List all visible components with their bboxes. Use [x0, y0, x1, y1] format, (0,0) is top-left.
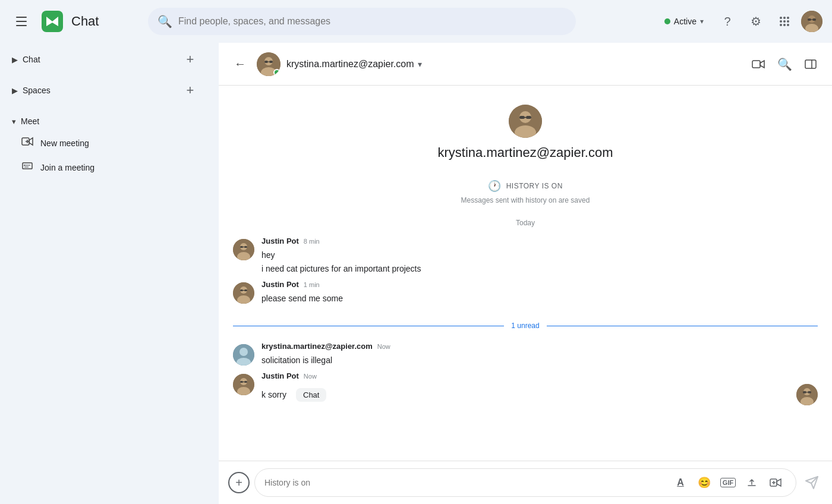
svg-rect-27	[264, 61, 268, 63]
chat-section-header[interactable]: ▶ Chat +	[0, 45, 209, 74]
join-meeting-icon	[21, 160, 33, 175]
meet-chevron-icon: ▾	[12, 117, 16, 126]
contact-large-avatar	[509, 105, 542, 138]
bottom-right-user-avatar	[796, 384, 818, 405]
new-meeting-item[interactable]: New meeting	[12, 131, 209, 155]
msg-avatar-krystina	[233, 344, 254, 366]
msg-text-1a: hey	[261, 249, 818, 262]
msg-avatar-justin-2	[233, 282, 254, 304]
search-input[interactable]	[178, 16, 566, 27]
message-group-4: Justin Pot Now k sorry Chat	[233, 371, 818, 405]
message-input-wrapper: A 😊 GIF	[254, 468, 796, 497]
chat-contact-name[interactable]: krystina.martinez@zapier.com	[286, 59, 414, 70]
chat-header: ← krystina.martinez@zapier.com ▾	[219, 43, 832, 86]
unread-label: 1 unread	[511, 322, 539, 330]
add-space-button[interactable]: +	[181, 81, 200, 100]
unread-line-left	[233, 326, 504, 326]
help-button[interactable]: ?	[716, 10, 739, 33]
upload-button[interactable]	[741, 472, 762, 493]
app-logo	[40, 10, 64, 33]
date-divider: Today	[219, 214, 832, 232]
format-text-button[interactable]: A	[670, 472, 691, 493]
back-button[interactable]: ←	[228, 52, 252, 76]
svg-rect-15	[812, 18, 816, 21]
settings-button[interactable]: ⚙	[744, 10, 768, 33]
apps-button[interactable]	[773, 10, 796, 33]
svg-rect-43	[244, 246, 247, 248]
chat-contact-avatar	[257, 52, 281, 76]
meet-items: New meeting Join a meeting	[0, 131, 219, 179]
hamburger-button[interactable]	[10, 10, 33, 33]
top-header: Chat 🔍 Active ▾ ? ⚙	[0, 0, 832, 43]
video-call-button[interactable]	[746, 52, 770, 76]
user-avatar[interactable]	[801, 11, 822, 32]
emoji-button[interactable]: 😊	[694, 472, 715, 493]
svg-point-4	[780, 20, 782, 23]
history-title: HISTORY IS ON	[506, 182, 563, 190]
msg-sender-4: Justin Pot	[261, 371, 299, 380]
meet-section-title: Meet	[21, 116, 39, 126]
search-bar: 🔍	[148, 8, 576, 35]
contact-dropdown-icon[interactable]: ▾	[418, 59, 422, 69]
svg-point-2	[783, 17, 786, 19]
msg-avatar-justin-4	[233, 374, 254, 395]
search-chat-button[interactable]: 🔍	[773, 52, 796, 76]
meet-section-header[interactable]: ▾ Meet	[0, 112, 209, 131]
svg-point-23	[24, 165, 25, 166]
msg-content-2: Justin Pot 1 min please send me some	[261, 280, 818, 305]
chat-popup-badge: Chat	[296, 388, 326, 402]
msg-text-2: please send me some	[261, 292, 818, 305]
svg-rect-28	[269, 61, 273, 63]
meet-section: ▾ Meet New meeting	[0, 112, 219, 179]
chat-body: krystina.martinez@zapier.com 🕐 HISTORY I…	[219, 86, 832, 461]
svg-point-9	[787, 24, 789, 26]
msg-time-4: Now	[304, 373, 317, 380]
chat-contact-header: krystina.martinez@zapier.com	[219, 86, 832, 170]
add-attachment-button[interactable]: +	[228, 472, 250, 493]
message-input[interactable]	[264, 478, 670, 487]
search-icon: 🔍	[157, 14, 172, 29]
chat-contact-info: krystina.martinez@zapier.com ▾	[286, 59, 746, 70]
input-actions: A 😊 GIF	[670, 472, 786, 493]
video-message-button[interactable]	[765, 472, 786, 493]
chat-section: ▶ Chat +	[0, 45, 219, 74]
new-meeting-icon	[21, 136, 33, 150]
message-group-3: krystina.martinez@zapier.com Now solicit…	[233, 342, 818, 367]
svg-point-52	[239, 348, 248, 356]
input-bar: + A 😊 GIF	[219, 461, 832, 504]
chevron-down-icon: ▾	[700, 17, 704, 26]
msg-time-3: Now	[377, 343, 390, 350]
msg-text-4: k sorry	[261, 389, 286, 401]
svg-point-8	[783, 24, 786, 26]
spaces-chevron-icon: ▶	[12, 86, 18, 95]
svg-rect-64	[808, 391, 811, 393]
msg-time-1: 8 min	[304, 238, 320, 245]
msg-avatar-justin-1	[233, 239, 254, 260]
svg-rect-49	[244, 289, 247, 291]
join-meeting-item[interactable]: Join a meeting	[12, 155, 209, 179]
svg-point-6	[787, 20, 789, 23]
messages-container: Justin Pot 8 min hey i need cat pictures…	[219, 232, 832, 314]
add-chat-button[interactable]: +	[181, 50, 200, 69]
msg-sender-3: krystina.martinez@zapier.com	[261, 342, 373, 351]
msg-header-2: Justin Pot 1 min	[261, 280, 818, 289]
send-button[interactable]	[801, 472, 822, 493]
svg-rect-20	[23, 163, 32, 169]
msg-content-1: Justin Pot 8 min hey i need cat pictures…	[261, 237, 818, 275]
svg-rect-31	[805, 60, 816, 68]
spaces-section-header[interactable]: ▶ Spaces +	[0, 76, 209, 105]
active-status-button[interactable]: Active ▾	[657, 13, 711, 30]
svg-rect-48	[240, 289, 243, 291]
new-meeting-label: New meeting	[40, 138, 89, 148]
svg-rect-14	[808, 18, 811, 21]
msg-text-1b: i need cat pictures for an important pro…	[261, 263, 818, 275]
unread-line-right	[547, 326, 818, 326]
svg-point-7	[780, 24, 782, 26]
spaces-section: ▶ Spaces +	[0, 76, 219, 105]
chat-header-actions: 🔍	[746, 52, 822, 76]
panel-button[interactable]	[799, 52, 822, 76]
message-group-2: Justin Pot 1 min please send me some	[233, 280, 818, 305]
svg-rect-57	[240, 381, 243, 383]
gif-button[interactable]: GIF	[717, 472, 739, 493]
svg-point-5	[783, 20, 786, 23]
